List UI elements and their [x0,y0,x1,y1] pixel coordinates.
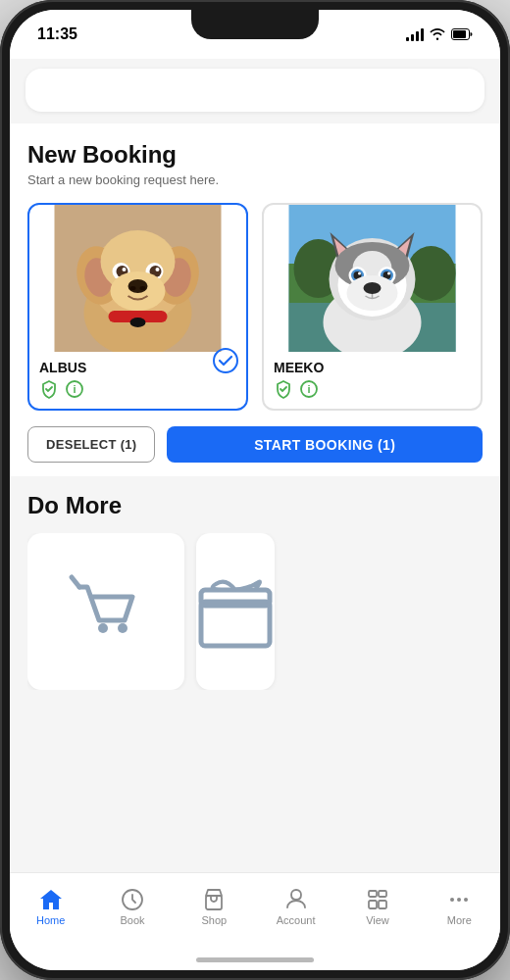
shop-icon [202,888,226,911]
svg-point-64 [457,898,461,902]
svg-point-21 [130,318,146,327]
do-more-cards [27,533,483,690]
status-icons [406,27,473,41]
battery-icon [451,28,473,40]
account-label: Account [277,914,316,926]
nav-view[interactable]: View [336,888,418,926]
do-more-shop-card[interactable] [27,533,184,690]
svg-rect-55 [201,602,270,646]
phone-frame: 11:35 [0,0,510,980]
notch [191,10,319,39]
booking-buttons: DESELECT (1) START BOOKING (1) [27,426,483,463]
new-booking-title: New Booking [27,141,483,169]
pet-cards-container: ALBUS i [27,203,483,411]
nav-shop[interactable]: Shop [174,888,255,926]
svg-text:i: i [307,383,310,395]
albus-health-icon[interactable] [39,379,59,399]
meeko-action-icons: i [274,379,471,399]
cart-icon [62,567,150,656]
svg-text:i: i [73,383,76,395]
search-bar[interactable] [26,69,484,112]
bottom-nav: Home Book Shop [10,872,500,949]
meeko-name: MEEKO [274,360,471,375]
albus-action-icons: i [39,379,236,399]
meeko-health-icon[interactable] [274,379,293,399]
home-indicator-area [10,949,500,970]
albus-name: ALBUS [39,360,236,375]
do-more-title: Do More [27,492,483,519]
svg-point-53 [118,623,128,633]
svg-point-18 [130,286,136,290]
svg-rect-62 [379,901,386,908]
more-label: More [447,914,472,926]
start-booking-button[interactable]: START BOOKING (1) [167,426,483,463]
svg-point-19 [140,286,146,290]
shop-label: Shop [201,914,227,926]
albus-photo [29,205,246,352]
do-more-extra-card[interactable] [196,533,275,690]
new-booking-section: New Booking Start a new booking request … [10,123,500,476]
home-indicator [196,957,314,962]
status-time: 11:35 [37,25,77,43]
nav-more[interactable]: More [419,888,500,926]
nav-home[interactable]: Home [10,888,91,926]
svg-point-45 [358,272,361,275]
meeko-photo [264,205,481,352]
nav-book[interactable]: Book [91,888,173,926]
svg-point-17 [128,279,148,293]
svg-rect-1 [453,30,466,38]
svg-rect-61 [369,901,377,908]
home-icon [38,888,64,911]
more-icon [447,888,471,911]
signal-icon [406,27,424,41]
albus-info-icon[interactable]: i [65,379,84,399]
svg-point-52 [98,623,108,633]
svg-point-46 [387,272,390,275]
svg-rect-60 [379,891,386,897]
book-icon [121,888,144,911]
phone-screen: 11:35 [10,10,500,970]
svg-point-15 [156,268,160,271]
new-booking-subtitle: Start a new booking request here. [27,172,483,187]
pet-card-albus[interactable]: ALBUS i [27,203,248,411]
svg-point-63 [450,898,454,902]
meeko-info: MEEKO i [264,352,481,409]
svg-point-24 [214,349,237,372]
view-label: View [366,914,389,926]
svg-rect-59 [369,891,377,897]
albus-selected-checkmark [213,348,238,373]
svg-rect-56 [201,590,270,606]
meeko-info-icon[interactable]: i [299,379,319,399]
svg-point-48 [364,282,382,294]
book-label: Book [120,914,144,926]
svg-point-14 [123,268,127,271]
pet-card-meeko[interactable]: MEEKO i [262,203,483,411]
svg-line-54 [72,577,79,587]
main-content: New Booking Start a new booking request … [10,59,500,872]
wifi-icon [430,28,445,40]
svg-rect-58 [206,896,222,909]
status-bar: 11:35 [10,10,500,59]
home-label: Home [36,914,65,926]
svg-point-65 [464,898,468,902]
nav-account[interactable]: Account [255,888,336,926]
account-icon [284,888,308,911]
view-icon [366,888,389,911]
gift-icon [196,572,275,651]
deselect-button[interactable]: DESELECT (1) [27,426,155,463]
do-more-section: Do More [10,476,500,702]
